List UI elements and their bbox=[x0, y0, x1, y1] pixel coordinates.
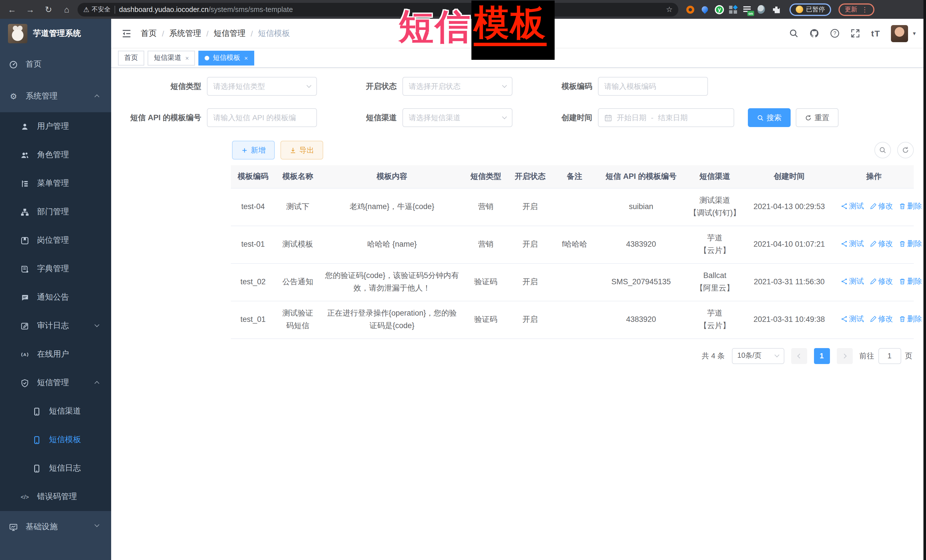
goto-label: 前往 bbox=[859, 351, 874, 361]
share-icon bbox=[840, 315, 847, 322]
tab-home[interactable]: 首页 bbox=[118, 50, 144, 65]
export-button[interactable]: 导出 bbox=[280, 141, 323, 160]
close-icon[interactable]: × bbox=[244, 54, 248, 61]
table-row: test_01 测试验证码短信 正在进行登录操作{operation}，您的验证… bbox=[231, 301, 914, 338]
goto-page-input[interactable] bbox=[878, 348, 901, 364]
extension-pin-icon[interactable] bbox=[701, 5, 710, 14]
tab-sms-channel[interactable]: 短信渠道× bbox=[148, 50, 195, 65]
browser-forward-icon[interactable]: → bbox=[23, 2, 38, 17]
api-template-field[interactable] bbox=[213, 113, 311, 122]
cell-sms-type: 营销 bbox=[464, 188, 508, 226]
chevron-down-icon bbox=[95, 323, 100, 327]
edit-link[interactable]: 修改 bbox=[870, 313, 893, 325]
sidebar-item-users[interactable]: 用户管理 bbox=[0, 112, 111, 141]
test-link[interactable]: 测试 bbox=[840, 200, 864, 212]
sidebar-item-error-codes[interactable]: </>错误码管理 bbox=[0, 483, 111, 511]
sidebar-item-sms-log[interactable]: 短信日志 bbox=[0, 454, 111, 483]
extension-list-icon[interactable]: on bbox=[743, 5, 752, 14]
browser-back-icon[interactable]: ← bbox=[5, 2, 20, 17]
system-submenu: 用户管理 角色管理 菜单管理 部门管理 岗位管理 字典管理 通知公告 审计日志 … bbox=[0, 112, 111, 511]
extension-y-icon[interactable]: y bbox=[715, 5, 724, 14]
reset-button[interactable]: 重置 bbox=[796, 108, 838, 127]
date-range-picker[interactable]: 开始日期 - 结束日期 bbox=[598, 108, 734, 127]
user-avatar[interactable] bbox=[891, 25, 908, 42]
search-button[interactable]: 搜索 bbox=[748, 108, 791, 127]
page-url[interactable]: dashboard.yudao.iocoder.cn/system/sms/sm… bbox=[119, 5, 662, 14]
breadcrumb-item[interactable]: 首页 bbox=[141, 28, 157, 38]
browser-home-icon[interactable]: ⌂ bbox=[59, 2, 74, 17]
delete-link[interactable]: 删除 bbox=[899, 313, 922, 325]
cell-template-name: 公告通知 bbox=[275, 263, 320, 301]
sidebar-item-posts[interactable]: 岗位管理 bbox=[0, 226, 111, 255]
sidebar-item-audit-log[interactable]: 审计日志 bbox=[0, 312, 111, 340]
font-size-icon[interactable]: tT bbox=[871, 29, 881, 38]
delete-link[interactable]: 删除 bbox=[899, 200, 922, 212]
sidebar-item-departments[interactable]: 部门管理 bbox=[0, 198, 111, 226]
close-icon[interactable]: × bbox=[185, 54, 189, 61]
toggle-search-button[interactable] bbox=[874, 142, 891, 158]
caret-down-icon[interactable]: ▾ bbox=[913, 30, 916, 36]
status-select[interactable]: 请选择开启状态 bbox=[402, 77, 513, 96]
template-code-field[interactable] bbox=[604, 82, 702, 91]
search-icon[interactable] bbox=[789, 29, 799, 38]
edit-link[interactable]: 修改 bbox=[870, 275, 893, 287]
sidebar-item-infrastructure[interactable]: 基础设施 bbox=[0, 511, 111, 543]
more-menu-icon[interactable]: ⋮ bbox=[861, 5, 868, 14]
sms-type-select[interactable]: 请选择短信类型 bbox=[207, 77, 317, 96]
extension-tadpole-icon[interactable] bbox=[758, 5, 767, 14]
sidebar-item-notices[interactable]: 通知公告 bbox=[0, 283, 111, 312]
sidebar-item-label: 岗位管理 bbox=[37, 235, 69, 246]
page-size-select[interactable]: 10条/页 bbox=[732, 348, 784, 364]
reset-button-label: 重置 bbox=[814, 113, 829, 123]
current-page-button[interactable]: 1 bbox=[814, 348, 830, 364]
channel-select[interactable]: 请选择短信渠道 bbox=[402, 108, 513, 127]
delete-link[interactable]: 删除 bbox=[899, 237, 922, 250]
cell-api-template-id: 4383920 bbox=[597, 226, 685, 263]
address-bar[interactable]: ⚠ 不安全 dashboard.yudao.iocoder.cn/system/… bbox=[77, 3, 678, 16]
edit-link[interactable]: 修改 bbox=[870, 200, 893, 212]
github-icon[interactable] bbox=[810, 29, 819, 38]
sidebar-item-system[interactable]: ⚙系统管理 bbox=[0, 80, 111, 112]
extension-donut-icon[interactable] bbox=[686, 5, 695, 14]
edit-link[interactable]: 修改 bbox=[870, 237, 893, 250]
app-title: 芋道管理系统 bbox=[33, 29, 81, 39]
breadcrumb-item[interactable]: 短信管理 bbox=[214, 28, 246, 38]
fullscreen-icon[interactable] bbox=[851, 29, 861, 38]
breadcrumb-item[interactable]: 系统管理 bbox=[169, 28, 201, 38]
chrome-update-button[interactable]: 更新 ⋮ bbox=[838, 3, 875, 16]
menu-fold-icon[interactable] bbox=[121, 28, 132, 38]
extension-grid-icon[interactable] bbox=[729, 5, 738, 14]
window-edge bbox=[923, 0, 926, 560]
sidebar-item-home[interactable]: 首页 bbox=[0, 48, 111, 80]
template-code-input[interactable] bbox=[598, 77, 708, 96]
tab-sms-template[interactable]: 短信模板× bbox=[199, 50, 254, 65]
bookmark-star-icon[interactable]: ☆ bbox=[666, 5, 673, 14]
cell-template-code: test_02 bbox=[231, 263, 275, 301]
prev-page-button[interactable] bbox=[791, 348, 807, 364]
sidebar-item-sms[interactable]: 短信管理 bbox=[0, 368, 111, 397]
browser-reload-icon[interactable]: ↻ bbox=[41, 2, 56, 17]
sidebar-item-dicts[interactable]: 字典管理 bbox=[0, 255, 111, 283]
pencil-icon bbox=[870, 240, 876, 247]
help-icon[interactable] bbox=[830, 29, 840, 38]
sidebar-item-menus[interactable]: 菜单管理 bbox=[0, 169, 111, 198]
test-link[interactable]: 测试 bbox=[840, 275, 864, 287]
sidebar-item-sms-channel[interactable]: 短信渠道 bbox=[0, 397, 111, 426]
sidebar: 芋道管理系统 首页 ⚙系统管理 用户管理 角色管理 菜单管理 部门管理 岗位管理… bbox=[0, 19, 111, 560]
test-link[interactable]: 测试 bbox=[840, 313, 864, 325]
sidebar-item-online-users[interactable]: 在线用户 bbox=[0, 340, 111, 368]
api-template-input[interactable] bbox=[207, 108, 317, 127]
column-header: 创建时间 bbox=[744, 165, 834, 188]
extensions-puzzle-icon[interactable] bbox=[772, 5, 781, 14]
test-link[interactable]: 测试 bbox=[840, 237, 864, 250]
add-button[interactable]: 新增 bbox=[232, 141, 275, 160]
profile-paused-button[interactable]: 已暂停 bbox=[790, 3, 831, 16]
refresh-table-button[interactable] bbox=[897, 142, 914, 158]
cell-channel: 芋道【云片】 bbox=[685, 226, 744, 263]
not-secure-indicator[interactable]: ⚠ 不安全 bbox=[83, 5, 110, 14]
sidebar-item-roles[interactable]: 角色管理 bbox=[0, 141, 111, 169]
sidebar-item-sms-template[interactable]: 短信模板 bbox=[0, 426, 111, 454]
cell-remark: f哈哈哈 bbox=[552, 226, 597, 263]
delete-link[interactable]: 删除 bbox=[899, 275, 922, 287]
next-page-button[interactable] bbox=[837, 348, 852, 364]
